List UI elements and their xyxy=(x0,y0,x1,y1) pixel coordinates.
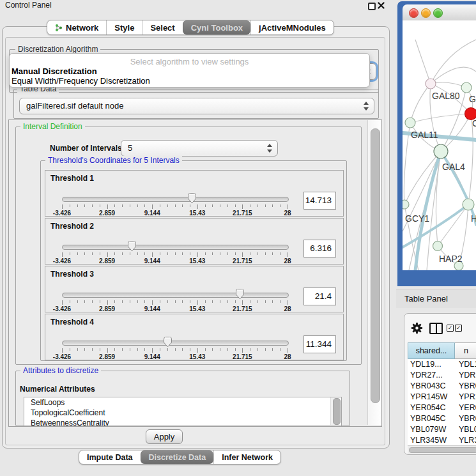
slider-track xyxy=(62,197,289,202)
threshold-slider[interactable]: -3.4262.8599.14415.4321.71528 xyxy=(45,314,301,360)
table-row[interactable]: YDL19...YDL19... xyxy=(408,359,476,370)
tick-mark xyxy=(144,204,145,207)
table-row[interactable]: YER054CYER054C xyxy=(408,403,476,413)
network-node[interactable] xyxy=(426,79,436,89)
tick-mark xyxy=(190,252,190,255)
scrollbar-thumb[interactable] xyxy=(371,128,380,403)
tick-mark xyxy=(92,348,93,351)
tick-mark xyxy=(100,348,100,351)
tab-infer-network[interactable]: Infer Network xyxy=(213,450,280,464)
tick-mark xyxy=(250,348,250,351)
tab-network[interactable]: Network xyxy=(47,20,106,35)
slider-track xyxy=(62,341,289,346)
network-node[interactable] xyxy=(403,200,409,209)
table-row[interactable]: YBR045CYBR045C xyxy=(408,413,476,424)
scrollbar-thumb[interactable] xyxy=(333,398,341,425)
network-edge[interactable] xyxy=(410,84,431,123)
thresholds-group: Threshold's Coordinates for 5 Intervals … xyxy=(40,160,347,361)
table-row[interactable]: YDR27...YDR27... xyxy=(408,370,476,381)
dropdown-item-equal-width-frequency[interactable]: Equal Width/Frequency Discretization xyxy=(12,76,150,86)
network-edge[interactable] xyxy=(415,40,431,84)
tick-label: 15.43 xyxy=(189,305,205,312)
threshold-value-field[interactable]: 21.4 xyxy=(303,288,336,305)
network-node[interactable] xyxy=(433,242,443,251)
tick-mark xyxy=(288,252,288,257)
tick-mark xyxy=(152,204,153,209)
tick-label: 2.859 xyxy=(99,210,115,217)
checkbox-icon[interactable]: ✓ xyxy=(447,325,454,332)
tick-label: 15.43 xyxy=(189,257,205,265)
slider-thumb[interactable] xyxy=(187,192,197,204)
tab-select[interactable]: Select xyxy=(142,20,182,35)
network-edge[interactable] xyxy=(431,40,476,84)
tick-mark xyxy=(227,252,228,255)
discretize-data-page: Discretization Algorithm Select algorith… xyxy=(5,37,385,445)
tick-mark xyxy=(100,204,100,207)
tick-mark xyxy=(77,348,78,351)
table-row[interactable]: YBL079WYBL079W xyxy=(408,424,476,435)
tick-mark xyxy=(122,204,123,207)
network-node[interactable] xyxy=(463,199,474,210)
tick-mark xyxy=(107,348,108,353)
tab-discretize-data[interactable]: Discretize Data xyxy=(141,450,214,464)
close-icon[interactable] xyxy=(378,2,385,9)
slider-thumb[interactable] xyxy=(127,240,137,252)
tick-mark xyxy=(70,348,70,351)
attribute-item[interactable]: TopologicalCoefficient xyxy=(24,408,341,418)
network-node[interactable] xyxy=(405,118,415,128)
network-edge[interactable] xyxy=(404,151,441,204)
threshold-slider[interactable]: -3.4262.8599.14415.4321.71528 xyxy=(45,171,301,216)
tick-mark xyxy=(197,348,198,353)
table-row[interactable]: YLR345WYLR345W xyxy=(408,435,476,445)
threshold-value-field[interactable]: 11.344 xyxy=(303,335,336,353)
tick-mark xyxy=(84,300,85,303)
tab-label: Network xyxy=(66,23,98,33)
network-edge[interactable] xyxy=(431,67,476,84)
minimize-traffic-light-icon[interactable] xyxy=(421,8,431,18)
float-window-icon[interactable] xyxy=(368,3,376,10)
column-header-shared-name[interactable]: shared... xyxy=(408,342,455,359)
split-column-icon[interactable] xyxy=(429,323,443,334)
network-icon xyxy=(55,24,63,32)
tab-impute-data[interactable]: Impute Data xyxy=(79,450,141,464)
tick-mark xyxy=(242,204,243,209)
threshold-slider[interactable]: -3.4262.8599.14415.4321.71528 xyxy=(45,219,301,264)
table-data-select[interactable]: galFiltered.sif default node xyxy=(19,98,374,114)
network-canvas[interactable]: GAL80GCGAL11GAL4GCY1HHAP2 xyxy=(403,20,476,270)
network-edge[interactable] xyxy=(438,204,468,246)
tab-cyni-toolbox[interactable]: Cyni Toolbox xyxy=(183,20,250,35)
slider-thumb[interactable] xyxy=(235,288,245,300)
network-window[interactable]: GAL80GCGAL11GAL4GCY1HHAP2 xyxy=(397,1,476,286)
column-header-name[interactable]: n xyxy=(455,342,476,359)
checkbox-icon[interactable]: ✓ xyxy=(455,325,462,332)
gear-icon[interactable] xyxy=(411,322,423,334)
tab-jactivemnodules[interactable]: jActiveMNodules xyxy=(250,20,334,35)
number-of-intervals-select[interactable]: 5 xyxy=(121,140,278,157)
apply-button[interactable]: Apply xyxy=(146,429,183,444)
close-traffic-light-icon[interactable] xyxy=(409,8,418,18)
tick-mark xyxy=(107,252,108,257)
tab-style[interactable]: Style xyxy=(106,20,142,35)
slider-thumb[interactable] xyxy=(163,336,173,348)
zoom-traffic-light-icon[interactable] xyxy=(433,8,443,18)
tick-mark xyxy=(62,252,63,257)
network-window-titlebar[interactable] xyxy=(403,4,476,21)
network-node[interactable] xyxy=(461,82,472,93)
table-row[interactable]: YBR043CYBR043C xyxy=(408,381,476,392)
attributes-group: Attributes to discretize Numerical Attri… xyxy=(15,371,350,426)
attribute-item[interactable]: BetweennessCentrality xyxy=(24,418,341,426)
table-row[interactable]: YPR145WYPR145W xyxy=(408,392,476,403)
threshold-slider[interactable]: -3.4262.8599.14415.4321.71528 xyxy=(45,266,301,312)
scrollbar-thumb[interactable] xyxy=(409,447,476,453)
attribute-item[interactable]: SelfLoops xyxy=(24,397,341,408)
network-edge[interactable] xyxy=(410,114,471,123)
cyni-bottom-tabbar: Impute DataDiscretize DataInfer Network xyxy=(79,450,281,464)
tick-mark xyxy=(92,300,93,303)
threshold-value-field[interactable]: 14.713 xyxy=(303,192,336,210)
cell-shared-name: YBR045C xyxy=(408,413,455,424)
network-node[interactable] xyxy=(434,144,448,158)
tick-mark xyxy=(242,252,243,257)
threshold-value-field[interactable]: 6.316 xyxy=(303,240,336,257)
dropdown-item-manual-discretization[interactable]: Manual Discretization xyxy=(12,66,97,76)
tick-mark xyxy=(272,348,273,351)
